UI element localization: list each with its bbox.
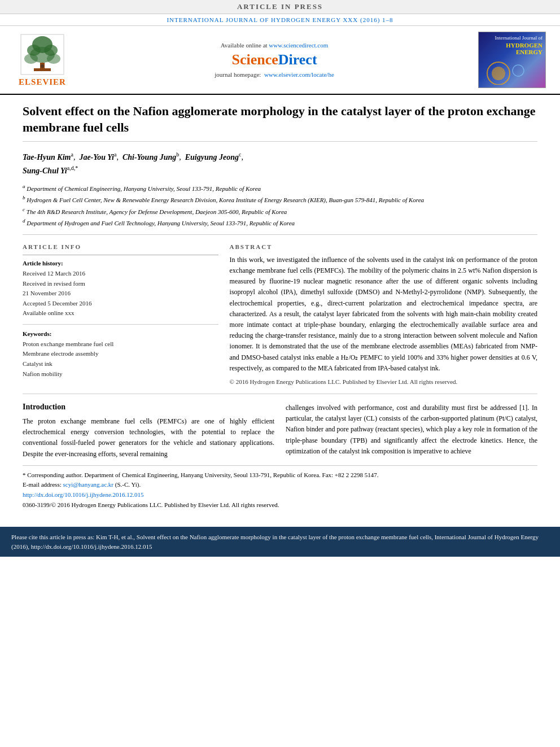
sciencedirect-logo: ScienceDirect bbox=[231, 51, 317, 68]
direct-text: Direct bbox=[278, 51, 317, 68]
svg-rect-9 bbox=[34, 68, 51, 71]
keyword-4: Nafion mobility bbox=[23, 369, 218, 379]
introduction-section: Introduction The proton exchange membran… bbox=[23, 403, 537, 460]
revised-date: 21 November 2016 bbox=[23, 289, 218, 299]
abstract-text: In this work, we investigated the influe… bbox=[230, 255, 537, 374]
keywords-divider bbox=[23, 324, 218, 325]
keyword-3: Catalyst ink bbox=[23, 359, 218, 369]
available-online-text: Available online at www.sciencedirect.co… bbox=[221, 42, 329, 49]
svg-point-10 bbox=[41, 64, 44, 68]
affiliation-c: c The 4th R&D Research Institute, Agency… bbox=[23, 206, 537, 216]
citation-bar: Please cite this article in press as: Ki… bbox=[0, 527, 560, 557]
journal-homepage: journal homepage: www.elsevier.com/locat… bbox=[215, 71, 334, 78]
article-history-block: Article history: Received 12 March 2016 … bbox=[23, 255, 218, 318]
journal-cover-line2: HYDROGEN bbox=[506, 42, 542, 49]
corresponding-author-note: * Corresponding author. Department of Ch… bbox=[23, 470, 537, 480]
svg-point-12 bbox=[492, 67, 505, 80]
intro-right-text: challenges involved with performance, co… bbox=[286, 403, 537, 457]
received-revised-label: Received in revised form bbox=[23, 279, 218, 289]
affiliation-d: d Department of Hydrogen and Fuel Cell T… bbox=[23, 217, 537, 228]
author-5: Sung-Chul Yi bbox=[23, 167, 67, 175]
author-4: Euigyung Jeong bbox=[185, 153, 239, 161]
history-label: Article history: bbox=[23, 260, 218, 267]
issn-copyright: 0360-3199/© 2016 Hydrogen Energy Publica… bbox=[23, 500, 537, 510]
sciencedirect-url[interactable]: www.sciencedirect.com bbox=[269, 42, 328, 49]
intro-heading: Introduction bbox=[23, 403, 274, 412]
received-date: Received 12 March 2016 bbox=[23, 269, 218, 279]
keyword-2: Membrane electrode assembly bbox=[23, 349, 218, 359]
intro-two-col: Introduction The proton exchange membran… bbox=[23, 403, 537, 460]
journal-cover-section: International Journal of HYDROGEN ENERGY bbox=[473, 32, 552, 88]
journal-subtitle: INTERNATIONAL JOURNAL OF HYDROGEN ENERGY… bbox=[0, 14, 560, 26]
journal-cover-image: International Journal of HYDROGEN ENERGY bbox=[478, 32, 546, 88]
svg-point-13 bbox=[513, 65, 524, 76]
corresponding-author-text: * Corresponding author. Department of Ch… bbox=[23, 471, 379, 478]
article-info-title: ARTICLE INFO bbox=[23, 243, 218, 250]
affiliations-section: a Department of Chemical Engineering, Ha… bbox=[23, 183, 537, 235]
abstract-title: ABSTRACT bbox=[230, 243, 537, 250]
article-in-press-banner: ARTICLE IN PRESS bbox=[0, 0, 560, 14]
journal-cover-decoration bbox=[482, 56, 538, 85]
author-2-sup: a bbox=[114, 151, 116, 158]
author-2: Jae-You Yi bbox=[79, 153, 114, 161]
footnotes-section: * Corresponding author. Department of Ch… bbox=[23, 465, 537, 510]
intro-left-col: Introduction The proton exchange membran… bbox=[23, 403, 274, 460]
journal-cover-line1: International Journal of bbox=[495, 35, 542, 42]
keyword-1: Proton exchange membrane fuel cell bbox=[23, 339, 218, 350]
science-text: Science bbox=[231, 51, 278, 68]
svg-point-6 bbox=[24, 54, 38, 64]
accepted-date: Accepted 5 December 2016 bbox=[23, 299, 218, 309]
intro-right-col: challenges involved with performance, co… bbox=[286, 403, 537, 460]
article-title: Solvent effect on the Nafion agglomerate… bbox=[23, 103, 537, 142]
author-5-sup: a,d,* bbox=[67, 165, 78, 171]
author-4-sup: c bbox=[239, 151, 241, 158]
email-suffix: (S.-C. Yi). bbox=[115, 481, 141, 488]
journal-homepage-url[interactable]: www.elsevier.com/locate/he bbox=[264, 71, 334, 78]
intro-left-text: The proton exchange membrane fuel cells … bbox=[23, 416, 274, 460]
elsevier-logo: ELSEVIER bbox=[19, 33, 66, 87]
doi-link[interactable]: http://dx.doi.org/10.1016/j.ijhydene.201… bbox=[23, 491, 144, 498]
elsevier-logo-section: ELSEVIER bbox=[8, 32, 76, 88]
email-note: E-mail address: scyi@hanyang.ac.kr (S.-C… bbox=[23, 480, 537, 490]
abstract-copyright: © 2016 Hydrogen Energy Publications LLC.… bbox=[230, 378, 537, 385]
article-info-column: ARTICLE INFO Article history: Received 1… bbox=[23, 243, 218, 385]
author-3-sup: b bbox=[176, 151, 179, 158]
doi-note: http://dx.doi.org/10.1016/j.ijhydene.201… bbox=[23, 490, 537, 500]
elsevier-tree-icon bbox=[20, 33, 65, 76]
author-1-sup: a bbox=[71, 151, 73, 158]
author-1: Tae-Hyun Kim bbox=[23, 153, 71, 161]
email-label: E-mail address: bbox=[23, 481, 62, 488]
keywords-section: Keywords: Proton exchange membrane fuel … bbox=[23, 324, 218, 379]
elsevier-wordmark: ELSEVIER bbox=[19, 77, 66, 87]
authors-section: Tae-Hyun Kima, Jae-You Yia, Chi-Young Ju… bbox=[23, 150, 537, 177]
journal-cover-line3: ENERGY bbox=[516, 49, 542, 55]
svg-point-7 bbox=[47, 54, 60, 64]
header-center: Available online at www.sciencedirect.co… bbox=[82, 32, 467, 88]
author-3: Chi-Young Jung bbox=[123, 153, 176, 161]
keywords-label: Keywords: bbox=[23, 330, 218, 337]
header-section: ELSEVIER Available online at www.science… bbox=[0, 26, 560, 95]
journal-homepage-label: journal homepage: bbox=[215, 71, 261, 78]
abstract-column: ABSTRACT In this work, we investigated t… bbox=[230, 243, 537, 385]
affiliation-a: a Department of Chemical Engineering, Ha… bbox=[23, 183, 537, 193]
info-abstract-section: ARTICLE INFO Article history: Received 1… bbox=[23, 243, 537, 394]
main-content: Solvent effect on the Nafion agglomerate… bbox=[0, 95, 560, 518]
affiliation-b: b Hydrogen & Fuel Cell Center, New & Ren… bbox=[23, 194, 537, 204]
available-online: Available online xxx bbox=[23, 308, 218, 318]
email-link[interactable]: scyi@hanyang.ac.kr bbox=[63, 481, 113, 488]
